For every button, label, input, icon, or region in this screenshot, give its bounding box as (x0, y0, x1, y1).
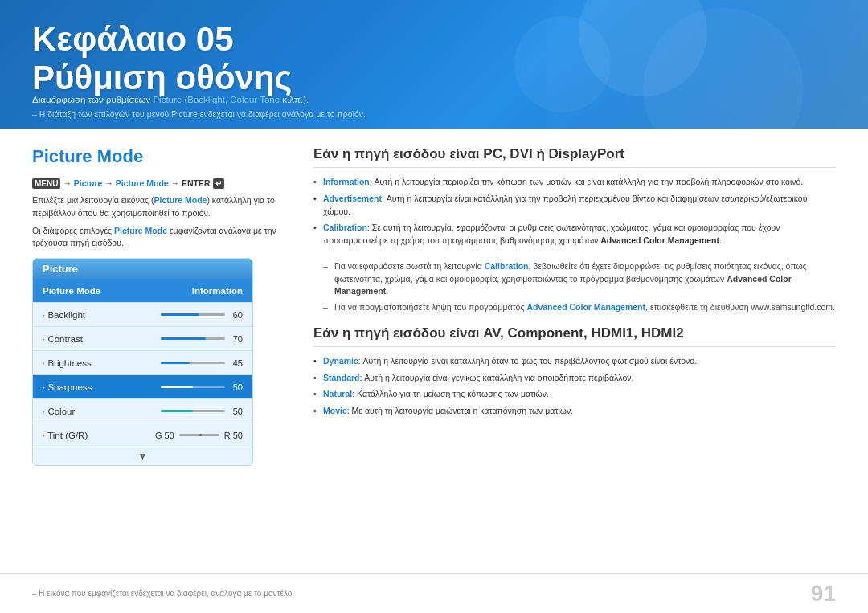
sub-item-calibration-2: Για να πραγματοποιήσετε λήψη του προγράμ… (323, 301, 836, 314)
slider-fill-colour (161, 410, 193, 412)
slider-fill-backlight (161, 313, 199, 316)
slider-value-brightness: 45 (228, 358, 243, 368)
row-label-sharpness: Sharpness (43, 382, 143, 392)
right-section-1-title: Εάν η πηγή εισόδου είναι PC, DVI ή Displ… (313, 146, 836, 168)
slider-track-brightness (161, 362, 225, 364)
tint-slider (179, 434, 219, 436)
sub-item-calibration-1: Για να εφαρμόσετε σωστά τη λειτουργία Ca… (323, 260, 836, 298)
header-title-block: Κεφάλαιο 05 Ρύθμιση οθόνης (32, 20, 292, 98)
chapter-number: Κεφάλαιο 05 (32, 20, 234, 58)
main-content: Picture Mode MENU → Picture → Picture Mo… (0, 129, 868, 573)
subtitle-highlight: Picture (Backlight, Colour Tone (153, 95, 280, 104)
slider-fill-brightness (161, 362, 190, 364)
subtitle-suffix: κ.λπ.). (280, 95, 309, 104)
slider-value-contrast: 70 (228, 334, 243, 344)
row-label-contrast: Contrast (43, 334, 143, 344)
row-label-brightness: Brightness (43, 358, 143, 368)
chapter-title: Ρύθμιση οθόνης (32, 59, 292, 96)
header-note: Η διάταξη των επιλογών του μενού Picture… (32, 109, 366, 119)
tint-controls: G 50 R 50 (155, 431, 243, 440)
list-item-standard: Standard: Αυτή η λειτουργία είναι γενικώ… (313, 372, 836, 385)
panel-row-sharpness[interactable]: Sharpness 50 (33, 375, 252, 399)
panel-row-colour[interactable]: Colour 50 (33, 399, 252, 423)
row-right-information: Information (192, 286, 243, 296)
chapter-heading: Κεφάλαιο 05 Ρύθμιση οθόνης (32, 20, 292, 98)
slider-value-backlight: 60 (228, 310, 243, 320)
panel-header: Picture (33, 259, 252, 279)
left-section-title: Picture Mode (32, 146, 289, 167)
slider-track-sharpness (161, 386, 225, 388)
section2-list: Dynamic: Αυτή η λειτουργία είναι κατάλλη… (313, 355, 836, 418)
footer: Η εικόνα που εμφανίζεται ενδέχεται να δι… (0, 573, 868, 613)
header-banner: Κεφάλαιο 05 Ρύθμιση οθόνης Διαμόρφωση τω… (0, 0, 868, 129)
panel-row-contrast[interactable]: Contrast 70 (33, 327, 252, 351)
list-item-natural: Natural: Κατάλληλο για τη μείωση της κόπ… (313, 388, 836, 401)
row-label-picture-mode: Picture Mode (43, 286, 192, 296)
slider-value-colour: 50 (228, 407, 243, 416)
panel-row-backlight[interactable]: Backlight 60 (33, 303, 252, 327)
subtitle-text: Διαμόρφωση των ρυθμίσεων (32, 95, 153, 104)
slider-colour: 50 (143, 407, 244, 416)
menu-key: MENU (32, 178, 60, 189)
panel-row-tint[interactable]: Tint (G/R) G 50 R 50 (33, 423, 252, 447)
section1-list: Information: Αυτή η λειτουργία περιορίζε… (313, 176, 836, 247)
header-subtitle: Διαμόρφωση των ρυθμίσεων Picture (Backli… (32, 95, 309, 104)
menu-path: MENU → Picture → Picture Mode → ENTER ↵ (32, 178, 289, 188)
panel-row-brightness[interactable]: Brightness 45 (33, 351, 252, 375)
slider-sharpness: 50 (143, 382, 244, 392)
list-item-calibration: Calibration: Σε αυτή τη λειτουργία, εφαρ… (313, 222, 836, 247)
slider-track-colour (161, 410, 225, 412)
right-column: Εάν η πηγή εισόδου είναι PC, DVI ή Displ… (313, 146, 836, 573)
list-item-advertisement: Advertisement: Αυτή η λειτουργία είναι κ… (313, 193, 836, 219)
row-label-backlight: Backlight (43, 310, 143, 320)
row-label-tint: Tint (G/R) (43, 431, 155, 440)
right-section-2-title: Εάν η πηγή εισόδου είναι AV, Component, … (313, 325, 836, 347)
slider-value-sharpness: 50 (228, 382, 243, 392)
panel-scroll-down[interactable]: ▼ (33, 447, 252, 465)
panel-title: Picture (43, 263, 78, 275)
row-label-colour: Colour (43, 407, 143, 416)
tint-r-value: R 50 (224, 431, 243, 440)
list-item-information: Information: Αυτή η λειτουργία περιορίζε… (313, 176, 836, 189)
tint-g-value: G 50 (155, 431, 174, 440)
list-item-movie: Movie: Με αυτή τη λειτουργία μειώνεται η… (313, 405, 836, 418)
picture-panel: Picture Picture Mode Information Backlig… (32, 258, 253, 466)
slider-fill-sharpness (161, 386, 193, 388)
list-item-dynamic: Dynamic: Αυτή η λειτουργία είναι κατάλλη… (313, 355, 836, 368)
page-number: 91 (811, 581, 836, 607)
slider-brightness: 45 (143, 358, 244, 368)
slider-fill-contrast (161, 337, 206, 340)
desc-text-1: Επιλέξτε μια λειτουργία εικόνας (Picture… (32, 194, 289, 220)
desc-text-2: Οι διάφορες επιλογές Picture Mode εμφανί… (32, 225, 289, 251)
slider-track-contrast (161, 337, 225, 340)
left-column: Picture Mode MENU → Picture → Picture Mo… (32, 146, 289, 573)
section1-subitems: Για να εφαρμόσετε σωστά τη λειτουργία Ca… (323, 260, 836, 314)
slider-contrast: 70 (143, 334, 244, 344)
footer-note: Η εικόνα που εμφανίζεται ενδέχεται να δι… (32, 589, 294, 598)
slider-track-backlight (161, 313, 225, 316)
panel-row-picture-mode[interactable]: Picture Mode Information (33, 279, 252, 303)
slider-backlight: 60 (143, 310, 244, 320)
